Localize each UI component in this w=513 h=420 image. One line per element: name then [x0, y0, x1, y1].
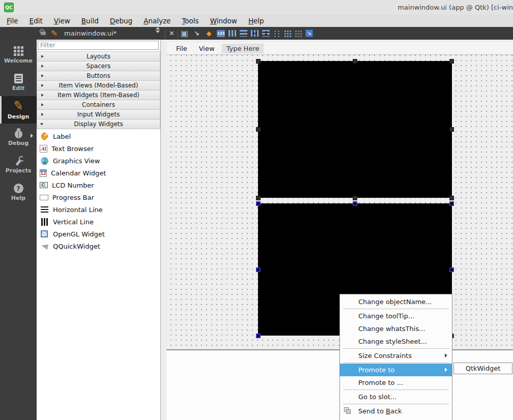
widget-item-label: QQuickWidget [53, 243, 100, 250]
resize-handle-dark[interactable] [353, 59, 357, 64]
widget-item-label[interactable]: Label [37, 130, 160, 142]
category-layouts[interactable]: Layouts [37, 51, 160, 62]
widget-item-progress-bar[interactable]: Progress Bar [37, 191, 160, 203]
widget-item-label: Horizontal Line [53, 206, 103, 214]
submenu-item-qtkwidget[interactable]: QtkWidget [466, 365, 501, 372]
chevron-right-icon [41, 65, 44, 68]
category-spacers[interactable]: Spacers [37, 61, 160, 71]
resize-handle-dark[interactable] [353, 196, 357, 200]
menu-item-debug[interactable]: Debug [104, 15, 138, 27]
mode-label: Help [11, 195, 25, 201]
progress-bar-icon [40, 195, 48, 200]
category-item-views-model-based[interactable]: Item Views (Model-Based) [37, 80, 160, 91]
adjust-size-icon[interactable] [305, 29, 313, 37]
menu-item-view[interactable]: View [48, 15, 76, 27]
form-menu-type-here[interactable]: Type Here [222, 44, 264, 53]
context-menu-item-send-to-back[interactable]: Send to Back [340, 405, 452, 417]
form-menu-view[interactable]: View [194, 44, 219, 53]
category-buttons[interactable]: Buttons [37, 71, 160, 81]
layout-vertically-icon[interactable] [240, 30, 247, 37]
edit-widgets-icon[interactable] [180, 29, 189, 38]
flyout-arrow-icon[interactable] [31, 134, 33, 138]
open-document-selector[interactable]: mainwindow.ui* [64, 27, 117, 40]
opengl-widget-icon [40, 229, 49, 238]
document-spinner-icon[interactable] [156, 27, 160, 40]
menu-item-edit[interactable]: Edit [24, 15, 48, 27]
widget-item-label: Graphics View [53, 157, 100, 165]
calendar-icon [40, 169, 47, 177]
widget-filter-input[interactable] [38, 41, 159, 50]
widget-category-list: LayoutsSpacersButtonsItem Views (Model-B… [37, 51, 160, 129]
menu-item-build[interactable]: Build [76, 15, 104, 27]
layout-vertically-splitter-icon[interactable] [262, 30, 270, 37]
layout-horizontally-splitter-icon[interactable] [251, 30, 259, 37]
horizontal-line-icon [40, 205, 49, 214]
close-document-icon[interactable] [169, 27, 175, 40]
resize-handle-dark[interactable] [449, 59, 454, 64]
context-menu-item-change-whatsthis[interactable]: Change whatsThis... [340, 322, 452, 335]
sidebar-mode-projects[interactable]: Projects [0, 151, 37, 178]
category-display-widgets[interactable]: Display Widgets [37, 119, 160, 129]
welcome-grid-icon [14, 46, 23, 56]
graphics-view-icon [40, 156, 49, 165]
context-menu-item-size-constraints[interactable]: Size Constraints [340, 349, 452, 362]
layout-form-icon[interactable] [273, 30, 280, 37]
category-label: Input Widgets [77, 111, 120, 118]
resize-handle-blue[interactable] [449, 267, 454, 272]
chevron-right-icon [41, 55, 44, 58]
widget-item-vertical-line[interactable]: Vertical Line [37, 216, 160, 228]
resize-handle-blue[interactable] [256, 201, 261, 206]
menu-item-help[interactable]: Help [243, 15, 270, 27]
designed-widget-top[interactable] [258, 61, 452, 198]
context-menu-item-promote-to[interactable]: Promote to ... [340, 376, 452, 389]
layout-grid-icon[interactable] [284, 30, 291, 37]
send-to-back-icon [344, 407, 352, 415]
resize-handle-dark[interactable] [256, 59, 261, 64]
edit-signals-slots-icon[interactable] [192, 29, 201, 38]
sidebar-mode-debug[interactable]: Debug [0, 124, 37, 151]
context-menu-item-go-to-slot[interactable]: Go to slot... [340, 391, 452, 403]
break-layout-icon[interactable] [295, 30, 302, 37]
widget-item-label: Vertical Line [53, 218, 94, 226]
context-menu: Change objectName...Change toolTip...Cha… [339, 294, 452, 420]
menu-item-analyze[interactable]: Analyze [138, 15, 176, 27]
sidebar-mode-design[interactable]: Design [0, 96, 37, 124]
resize-handle-dark[interactable] [449, 196, 454, 200]
resize-handle-dark[interactable] [256, 127, 261, 132]
widget-item-lcd-number[interactable]: LCD Number [37, 179, 160, 191]
sidebar-mode-help[interactable]: Help [0, 178, 37, 206]
category-input-widgets[interactable]: Input Widgets [37, 109, 160, 119]
resize-handle-dark[interactable] [256, 196, 261, 200]
widget-item-qquickwidget[interactable]: QQuickWidget [37, 240, 160, 252]
menu-item-file[interactable]: File [1, 15, 24, 27]
resize-handle-blue[interactable] [353, 201, 357, 206]
design-pencil-icon [13, 100, 23, 112]
widget-item-opengl-widget[interactable]: OpenGL Widget [37, 228, 160, 240]
resize-handle-dark[interactable] [449, 127, 454, 132]
context-menu-item-change-stylesheet[interactable]: Change styleSheet... [340, 335, 452, 348]
sidebar-mode-welcome[interactable]: Welcome [0, 41, 37, 69]
resize-handle-blue[interactable] [256, 334, 261, 338]
menu-item-tools[interactable]: Tools [176, 15, 204, 27]
category-item-widgets-item-based[interactable]: Item Widgets (Item-Based) [37, 90, 160, 100]
resize-handle-blue[interactable] [449, 201, 454, 206]
category-label: Item Widgets (Item-Based) [58, 92, 139, 99]
widget-item-calendar-widget[interactable]: Calendar Widget [37, 167, 160, 179]
mode-label: Welcome [4, 57, 33, 64]
edit-buddies-icon[interactable] [205, 29, 213, 38]
context-menu-item-change-tooltip[interactable]: Change toolTip... [340, 310, 452, 322]
menu-item-window[interactable]: Window [205, 15, 243, 27]
edit-tab-order-icon[interactable] [217, 30, 225, 37]
context-menu-item-change-objectname[interactable]: Change objectName... [340, 295, 452, 308]
widget-item-graphics-view[interactable]: Graphics View [37, 155, 160, 167]
context-menu-item-promote-to[interactable]: Promote to [340, 364, 452, 376]
sidebar-mode-edit[interactable]: Edit [0, 69, 37, 96]
form-menu-file[interactable]: File [172, 44, 192, 53]
context-menu-item-bring-to-front[interactable]: Bring to Front [340, 417, 452, 420]
widget-item-horizontal-line[interactable]: Horizontal Line [37, 203, 160, 216]
category-containers[interactable]: Containers [37, 100, 160, 110]
layout-horizontally-icon[interactable] [229, 30, 236, 37]
resize-handle-blue[interactable] [256, 267, 261, 272]
widget-item-text-browser[interactable]: Text Browser [37, 142, 160, 155]
menu-separator [343, 363, 449, 363]
